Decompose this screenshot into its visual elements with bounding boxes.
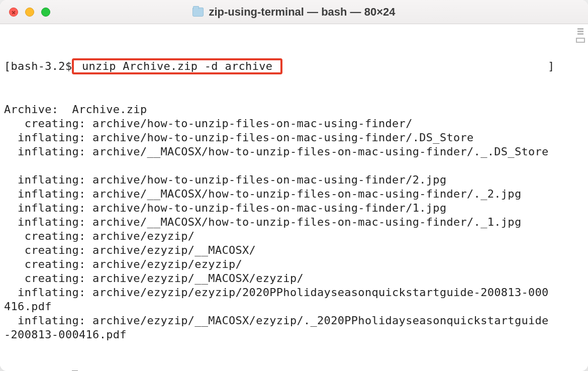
maximize-button[interactable] <box>41 8 50 17</box>
output-line: inflating: archive/how-to-unzip-files-on… <box>2 201 586 215</box>
terminal-window: zip-using-terminal — bash — 80×24 [bash-… <box>0 0 588 371</box>
output-line: inflating: archive/ezyzip/ezyzip/2020PPh… <box>2 286 586 300</box>
output-line: inflating: archive/__MACOSX/how-to-unzip… <box>2 215 586 229</box>
output-line: Archive: Archive.zip <box>2 103 586 117</box>
output-line: creating: archive/ezyzip/ezyzip/ <box>2 257 586 271</box>
window-title-text: zip-using-terminal — bash — 80×24 <box>209 6 395 19</box>
terminal-body[interactable]: [bash-3.2$ unzip Archive.zip -d archive … <box>0 24 588 371</box>
output-line: inflating: archive/how-to-unzip-files-on… <box>2 131 586 145</box>
output-line: creating: archive/ezyzip/ <box>2 229 586 243</box>
output-line: creating: archive/how-to-unzip-files-on-… <box>2 117 586 131</box>
output-line: inflating: archive/how-to-unzip-files-on… <box>2 173 586 187</box>
minimize-button[interactable] <box>25 8 34 17</box>
prompt-text: bash-3.2$ <box>11 60 72 72</box>
line-close-bracket: ] <box>548 60 555 72</box>
output-line: creating: archive/ezyzip/__MACOSX/ <box>2 243 586 257</box>
scrollbar[interactable] <box>577 24 588 371</box>
output-line: inflating: archive/ezyzip/__MACOSX/ezyzi… <box>2 314 586 328</box>
output-line: 416.pdf <box>2 300 586 314</box>
close-button[interactable] <box>9 8 18 17</box>
folder-icon <box>192 8 204 17</box>
output-line <box>2 159 586 173</box>
output-line: inflating: archive/__MACOSX/how-to-unzip… <box>2 187 586 201</box>
output-line: -200813-000416.pdf <box>2 328 586 342</box>
window-title: zip-using-terminal — bash — 80×24 <box>0 0 588 24</box>
titlebar: zip-using-terminal — bash — 80×24 <box>0 0 588 24</box>
window-controls <box>9 8 50 17</box>
output-line: creating: archive/ezyzip/__MACOSX/ezyzip… <box>2 271 586 286</box>
output-line: inflating: archive/__MACOSX/how-to-unzip… <box>2 145 586 159</box>
output-block: Archive: Archive.zip creating: archive/h… <box>2 103 586 342</box>
command-highlight: unzip Archive.zip -d archive <box>72 58 282 74</box>
command-line: [bash-3.2$ unzip Archive.zip -d archive … <box>2 58 586 74</box>
